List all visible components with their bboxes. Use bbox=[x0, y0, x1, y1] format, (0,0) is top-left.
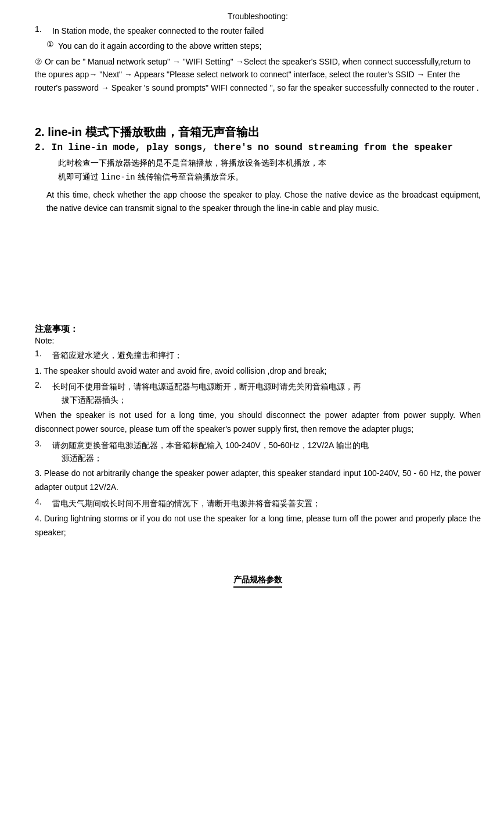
note2-row: 2. 长时间不使用音箱时，请将电源适配器与电源断开，断开电源时请先关闭音箱电源，… bbox=[35, 380, 481, 406]
bottom-center: 产品规格参数 bbox=[35, 575, 481, 588]
note3-en-text: 3. Please do not arbitrarily change the … bbox=[35, 467, 481, 495]
notes-section: 注意事项： Note: 1. 音箱应避水避火，避免撞击和摔打； 1. The s… bbox=[35, 324, 481, 540]
sub2-text: ② Or can be " Manual network setup" → "W… bbox=[35, 57, 479, 92]
item1-text: In Station mode, the speaker connected t… bbox=[52, 24, 481, 37]
note1-row: 1. 音箱应避水避火，避免撞击和摔打； bbox=[35, 349, 481, 362]
note3-row: 3. 请勿随意更换音箱电源适配器，本音箱标配输入 100-240V，50-60H… bbox=[35, 439, 481, 465]
troubleshooting-section: Troubleshooting: 1. In Station mode, the… bbox=[35, 12, 481, 94]
note2-en-text: When the speaker is not used for a long … bbox=[35, 409, 481, 436]
page-content: Troubleshooting: 1. In Station mode, the… bbox=[35, 12, 481, 588]
sub2-block: ② Or can be " Manual network setup" → "W… bbox=[35, 55, 481, 94]
note2-zh-text: 长时间不使用音箱时，请将电源适配器与电源断开，断开电源时请先关闭音箱电源，再 拔… bbox=[52, 380, 481, 406]
troubleshooting-title: Troubleshooting: bbox=[35, 12, 481, 21]
note1-en-text: 1. The speaker should avoid water and av… bbox=[35, 364, 481, 378]
item1-num: 1. bbox=[35, 24, 52, 37]
bottom-label: 产品规格参数 bbox=[233, 575, 282, 588]
note4-en-text: 4. During lightning storms or if you do … bbox=[35, 512, 481, 540]
note4-zh-text: 雷电天气期间或长时间不用音箱的情况下，请断开电源并将音箱妥善安置； bbox=[52, 497, 481, 510]
sub1-row: ① You can do it again according to the a… bbox=[46, 40, 481, 52]
note4-row: 4. 雷电天气期间或长时间不用音箱的情况下，请断开电源并将音箱妥善安置； bbox=[35, 497, 481, 510]
section2-desc-zh: 此时检查一下播放器选择的是不是音箱播放，将播放设备选到本机播放，本机即可通过 l… bbox=[58, 156, 481, 185]
section2-heading-zh: 2. line-in 模式下播放歌曲，音箱无声音输出 bbox=[35, 124, 481, 140]
sub1-num: ① bbox=[46, 40, 58, 52]
notes-heading-zh: 注意事项： bbox=[35, 324, 481, 335]
note2-num: 2. bbox=[35, 380, 52, 406]
section2-heading-en: 2. In line-in mode, play songs, there's … bbox=[35, 142, 481, 153]
sub1-text: You can do it again according to the abo… bbox=[58, 40, 481, 52]
section2-desc-en: At this time, check whether the app choo… bbox=[46, 188, 481, 216]
notes-heading-en: Note: bbox=[35, 336, 481, 345]
item1-row: 1. In Station mode, the speaker connecte… bbox=[35, 24, 481, 37]
section2-zh-text: 2. line-in 模式下播放歌曲，音箱无声音输出 bbox=[35, 126, 260, 138]
spacer2 bbox=[35, 219, 481, 324]
note3-num: 3. bbox=[35, 439, 52, 465]
note1-num: 1. bbox=[35, 349, 52, 362]
note3-zh-text: 请勿随意更换音箱电源适配器，本音箱标配输入 100-240V，50-60Hz，1… bbox=[52, 439, 481, 465]
note1-zh-text: 音箱应避水避火，避免撞击和摔打； bbox=[52, 349, 481, 362]
note4-num: 4. bbox=[35, 497, 52, 510]
section2-zh-desc-text: 此时检查一下播放器选择的是不是音箱播放，将播放设备选到本机播放，本机即可通过 l… bbox=[58, 158, 326, 181]
spacer1 bbox=[35, 100, 481, 114]
